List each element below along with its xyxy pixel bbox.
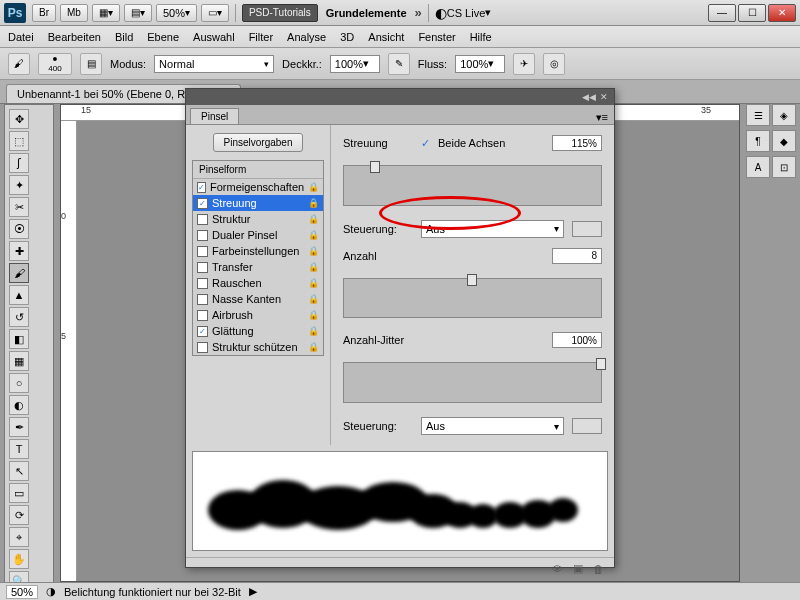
lock-icon[interactable]: 🔒 [308, 278, 319, 288]
lock-icon[interactable]: 🔒 [308, 198, 319, 208]
new-preset-icon[interactable]: ▣ [573, 562, 583, 575]
3d-tool[interactable]: ⟳ [9, 505, 29, 525]
lock-icon[interactable]: 🔒 [308, 342, 319, 352]
control-select[interactable]: Aus [421, 220, 564, 238]
checkbox[interactable]: ✓ [197, 198, 208, 209]
shape-tool[interactable]: ▭ [9, 483, 29, 503]
lock-icon[interactable]: 🔒 [308, 230, 319, 240]
brush-option-nasse-kanten[interactable]: ✓Nasse Kanten🔒 [193, 291, 323, 307]
screen-mode-button[interactable]: ▦▾ [92, 4, 120, 22]
menu-3d[interactable]: 3D [340, 31, 354, 43]
bridge-button[interactable]: Br [32, 4, 56, 22]
type-tool[interactable]: T [9, 439, 29, 459]
ruler-vertical[interactable]: 0 5 [61, 121, 77, 581]
menu-bild[interactable]: Bild [115, 31, 133, 43]
menu-fenster[interactable]: Fenster [418, 31, 455, 43]
brush-presets-button[interactable]: Pinselvorgaben [213, 133, 304, 152]
checkbox[interactable]: ✓ [197, 342, 208, 353]
cslive-label[interactable]: CS Live [447, 7, 486, 19]
count-jitter-slider[interactable] [343, 362, 602, 403]
count-value[interactable] [552, 248, 602, 264]
lock-icon[interactable]: 🔒 [308, 182, 319, 192]
checkbox[interactable]: ✓ [197, 278, 208, 289]
adjustments-panel-icon[interactable]: ☰ [746, 104, 770, 126]
brush-option-airbrush[interactable]: ✓Airbrush🔒 [193, 307, 323, 323]
hand-tool[interactable]: ✋ [9, 549, 29, 569]
brush-option-transfer[interactable]: ✓Transfer🔒 [193, 259, 323, 275]
toggle-preview-icon[interactable]: 👁 [552, 563, 563, 575]
character-panel-icon[interactable]: A [746, 156, 770, 178]
mode-select[interactable]: Normal [154, 55, 274, 73]
blur-tool[interactable]: ○ [9, 373, 29, 393]
stamp-tool[interactable]: ▲ [9, 285, 29, 305]
status-zoom[interactable]: 50% [6, 585, 38, 599]
menu-ebene[interactable]: Ebene [147, 31, 179, 43]
menu-datei[interactable]: Datei [8, 31, 34, 43]
brush-option-struktur[interactable]: ✓Struktur🔒 [193, 211, 323, 227]
tool-preset-icon[interactable]: 🖌 [8, 53, 30, 75]
checkbox[interactable]: ✓ [197, 182, 206, 193]
tab-pinsel[interactable]: Pinsel [190, 108, 239, 124]
panel-close-icon[interactable]: ✕ [600, 92, 608, 102]
checkbox[interactable]: ✓ [197, 310, 208, 321]
menu-analyse[interactable]: Analyse [287, 31, 326, 43]
marquee-tool[interactable]: ⬚ [9, 131, 29, 151]
navigator-panel-icon[interactable]: ⊡ [772, 156, 796, 178]
trash-icon[interactable]: 🗑 [593, 563, 604, 575]
checkbox[interactable]: ✓ [197, 326, 208, 337]
checkbox[interactable]: ✓ [197, 294, 208, 305]
airbrush-icon[interactable]: ✈ [513, 53, 535, 75]
window-close[interactable]: ✕ [768, 4, 796, 22]
wand-tool[interactable]: ✦ [9, 175, 29, 195]
menu-filter[interactable]: Filter [249, 31, 273, 43]
checkbox[interactable]: ✓ [197, 230, 208, 241]
brush-option-farbeinstellungen[interactable]: ✓Farbeinstellungen🔒 [193, 243, 323, 259]
path-select-tool[interactable]: ↖ [9, 461, 29, 481]
tablet-opacity-icon[interactable]: ✎ [388, 53, 410, 75]
brush-option-struktur-schützen[interactable]: ✓Struktur schützen🔒 [193, 339, 323, 355]
styles-panel-icon[interactable]: ◆ [772, 130, 796, 152]
opacity-input[interactable]: 100% ▾ [330, 55, 380, 73]
pen-tool[interactable]: ✒ [9, 417, 29, 437]
layers-panel-icon[interactable]: ◈ [772, 104, 796, 126]
control2-select[interactable]: Aus [421, 417, 564, 435]
count-jitter-value[interactable] [552, 332, 602, 348]
checkbox[interactable]: ✓ [197, 214, 208, 225]
menu-hilfe[interactable]: Hilfe [470, 31, 492, 43]
window-minimize[interactable]: — [708, 4, 736, 22]
panel-head[interactable]: ◀◀ ✕ [186, 89, 614, 105]
menu-ansicht[interactable]: Ansicht [368, 31, 404, 43]
lock-icon[interactable]: 🔒 [308, 262, 319, 272]
3d-camera-tool[interactable]: ⌖ [9, 527, 29, 547]
crop-tool[interactable]: ✂ [9, 197, 29, 217]
menu-bearbeiten[interactable]: Bearbeiten [48, 31, 101, 43]
menu-auswahl[interactable]: Auswahl [193, 31, 235, 43]
eraser-tool[interactable]: ◧ [9, 329, 29, 349]
both-axes-checkbox[interactable]: ✓ [421, 137, 430, 150]
checkbox[interactable]: ✓ [197, 246, 208, 257]
lasso-tool[interactable]: ʃ [9, 153, 29, 173]
brush-option-formeigenschaften[interactable]: ✓Formeigenschaften🔒 [193, 179, 323, 195]
arrange-button[interactable]: ▭▾ [201, 4, 229, 22]
brush-panel-toggle[interactable]: ▤ [80, 53, 102, 75]
lock-icon[interactable]: 🔒 [308, 294, 319, 304]
status-more-icon[interactable]: ▶ [249, 585, 257, 598]
workspace-psd-tutorials[interactable]: PSD-Tutorials [242, 4, 318, 22]
eyedropper-tool[interactable]: ⦿ [9, 219, 29, 239]
lock-icon[interactable]: 🔒 [308, 326, 319, 336]
gradient-tool[interactable]: ▦ [9, 351, 29, 371]
tablet-size-icon[interactable]: ◎ [543, 53, 565, 75]
brush-tool[interactable]: 🖌 [9, 263, 29, 283]
window-maximize[interactable]: ☐ [738, 4, 766, 22]
history-brush-tool[interactable]: ↺ [9, 307, 29, 327]
brush-option-streuung[interactable]: ✓Streuung🔒 [193, 195, 323, 211]
panel-collapse-icon[interactable]: ◀◀ [582, 92, 596, 102]
brush-thumb[interactable]: • 400 [38, 53, 72, 75]
panel-menu-icon[interactable]: ▾≡ [590, 111, 614, 124]
brush-option-rauschen[interactable]: ✓Rauschen🔒 [193, 275, 323, 291]
move-tool[interactable]: ✥ [9, 109, 29, 129]
flow-input[interactable]: 100% ▾ [455, 55, 505, 73]
zoom-level[interactable]: 50% ▾ [156, 4, 197, 22]
count-slider[interactable] [343, 278, 602, 319]
brush-shape-head[interactable]: Pinselform [193, 161, 323, 179]
